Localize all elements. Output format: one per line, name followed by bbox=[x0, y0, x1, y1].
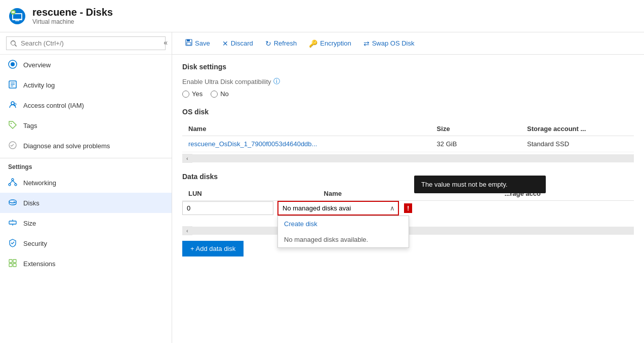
sidebar-item-label: Access control (IAM) bbox=[23, 102, 84, 109]
svg-point-16 bbox=[9, 184, 11, 186]
refresh-button[interactable]: ↻ Refresh bbox=[260, 37, 302, 50]
save-label: Save bbox=[195, 39, 210, 47]
sidebar: « Overview Activity log Access control (… bbox=[0, 32, 172, 343]
scroll-left-button[interactable]: ‹ bbox=[182, 154, 192, 163]
sidebar-item-tags[interactable]: Tags bbox=[0, 115, 172, 136]
svg-line-19 bbox=[13, 181, 16, 184]
no-label: No bbox=[220, 90, 229, 98]
sidebar-item-label: Overview bbox=[23, 61, 51, 69]
col-size: Size bbox=[431, 122, 521, 136]
os-disk-title: OS disk bbox=[182, 108, 634, 116]
ultra-disk-yes[interactable]: Yes bbox=[182, 90, 203, 98]
search-input[interactable] bbox=[6, 36, 166, 50]
sidebar-item-label: Security bbox=[23, 240, 47, 247]
refresh-icon: ↻ bbox=[265, 39, 271, 48]
svg-point-15 bbox=[12, 179, 14, 181]
os-disk-table: Name Size Storage account ... rescuene_O… bbox=[182, 122, 634, 152]
os-disk-header-row: Name Size Storage account ... bbox=[182, 122, 634, 136]
name-dropdown-input[interactable] bbox=[278, 202, 387, 215]
lun-input[interactable] bbox=[182, 201, 273, 215]
disk-settings-section: Disk settings Enable Ultra Disk compatib… bbox=[182, 63, 634, 98]
create-disk-option[interactable]: Create disk bbox=[278, 216, 409, 232]
svg-rect-2 bbox=[13, 14, 21, 19]
svg-rect-26 bbox=[13, 260, 16, 263]
name-dropdown-container: ∧ The value must not be empty. Create di… bbox=[277, 201, 399, 216]
size-icon bbox=[8, 218, 18, 228]
chevron-up-icon[interactable]: ∧ bbox=[387, 202, 398, 215]
add-disk-label: + Add data disk bbox=[190, 245, 235, 252]
svg-rect-25 bbox=[9, 260, 12, 263]
info-icon: ⓘ bbox=[273, 77, 280, 86]
sidebar-item-label: Tags bbox=[23, 122, 37, 130]
data-disks-title: Data disks bbox=[182, 173, 634, 181]
svg-point-12 bbox=[11, 102, 14, 105]
sidebar-item-size[interactable]: Size bbox=[0, 213, 172, 233]
validation-tooltip: The value must not be empty. bbox=[414, 176, 546, 193]
swap-label: Swap OS Disk bbox=[372, 39, 415, 47]
svg-point-20 bbox=[9, 200, 16, 203]
os-disk-storage: Standard SSD bbox=[521, 136, 634, 152]
discard-icon: ✕ bbox=[222, 39, 228, 48]
sidebar-item-access-control[interactable]: Access control (IAM) bbox=[0, 95, 172, 115]
encryption-label: Encryption bbox=[320, 39, 351, 47]
diagnose-icon bbox=[8, 141, 18, 151]
networking-icon bbox=[8, 178, 18, 188]
os-disk-scrollbar[interactable]: ‹ bbox=[182, 154, 634, 162]
sidebar-collapse-button[interactable]: « bbox=[159, 36, 172, 49]
ultra-disk-no[interactable]: No bbox=[211, 90, 229, 98]
save-icon bbox=[185, 39, 192, 48]
error-badge: ! bbox=[404, 203, 412, 213]
sidebar-search-container bbox=[0, 32, 172, 55]
encryption-button[interactable]: 🔑 Encryption bbox=[304, 37, 356, 50]
name-dropdown[interactable]: ∧ bbox=[277, 201, 399, 216]
disk-settings-title: Disk settings bbox=[182, 63, 634, 71]
data-disk-input-row: ∧ The value must not be empty. Create di… bbox=[182, 201, 634, 216]
col-lun: LUN bbox=[182, 187, 318, 201]
sidebar-item-networking[interactable]: Networking bbox=[0, 173, 172, 193]
save-button[interactable]: Save bbox=[180, 36, 215, 50]
sidebar-item-extensions[interactable]: Extensions bbox=[0, 253, 172, 274]
os-disk-row: rescuene_OsDisk_1_7900f0053d4640ddb... 3… bbox=[182, 136, 634, 152]
data-disks-section: Data disks LUN Name ...rage acco bbox=[182, 173, 634, 256]
svg-point-14 bbox=[11, 123, 12, 124]
overview-icon bbox=[8, 60, 18, 70]
page-header: rescuene - Disks Virtual machine bbox=[0, 0, 644, 32]
swap-os-disk-button[interactable]: ⇄ Swap OS Disk bbox=[358, 37, 420, 50]
os-disk-size: 32 GiB bbox=[431, 136, 521, 152]
svg-point-7 bbox=[11, 62, 15, 66]
data-scroll-left-button[interactable]: ‹ bbox=[182, 226, 192, 235]
col-name: Name bbox=[182, 122, 431, 136]
svg-rect-5 bbox=[12, 11, 15, 13]
toolbar: Save ✕ Discard ↻ Refresh 🔑 Encryption ⇄ … bbox=[172, 32, 644, 55]
sidebar-item-diagnose[interactable]: Diagnose and solve problems bbox=[0, 136, 172, 156]
col-storage: Storage account ... bbox=[521, 122, 634, 136]
sidebar-item-activity-log[interactable]: Activity log bbox=[0, 75, 172, 95]
encryption-icon: 🔑 bbox=[309, 39, 317, 48]
security-icon bbox=[8, 238, 18, 248]
svg-rect-30 bbox=[187, 39, 190, 41]
svg-rect-28 bbox=[13, 264, 16, 267]
discard-button[interactable]: ✕ Discard bbox=[217, 37, 258, 50]
sidebar-item-label: Activity log bbox=[23, 81, 55, 89]
ultra-disk-label: Enable Ultra Disk compatibility ⓘ bbox=[182, 77, 634, 86]
page-title: rescuene - Disks bbox=[32, 7, 113, 18]
sidebar-item-overview[interactable]: Overview bbox=[0, 55, 172, 75]
no-disks-option: No managed disks available. bbox=[278, 232, 409, 247]
activity-icon bbox=[8, 80, 18, 90]
discard-label: Discard bbox=[231, 39, 253, 47]
os-disk-name[interactable]: rescuene_OsDisk_1_7900f0053d4640ddb... bbox=[182, 136, 431, 152]
sidebar-item-label: Networking bbox=[23, 179, 56, 187]
tags-icon bbox=[8, 120, 18, 131]
sidebar-item-security[interactable]: Security bbox=[0, 233, 172, 253]
data-disk-header-row: LUN Name ...rage acco bbox=[182, 187, 634, 201]
svg-point-17 bbox=[15, 184, 17, 186]
add-data-disk-button[interactable]: + Add data disk bbox=[182, 241, 244, 256]
vm-icon bbox=[8, 7, 26, 25]
content-area: Save ✕ Discard ↻ Refresh 🔑 Encryption ⇄ … bbox=[172, 32, 644, 343]
sidebar-item-disks[interactable]: Disks bbox=[0, 193, 172, 213]
ultra-disk-yes-radio[interactable] bbox=[182, 91, 189, 98]
ultra-disk-no-radio[interactable] bbox=[211, 91, 218, 98]
svg-rect-31 bbox=[187, 42, 191, 45]
svg-point-13 bbox=[14, 103, 16, 105]
refresh-label: Refresh bbox=[274, 39, 297, 47]
